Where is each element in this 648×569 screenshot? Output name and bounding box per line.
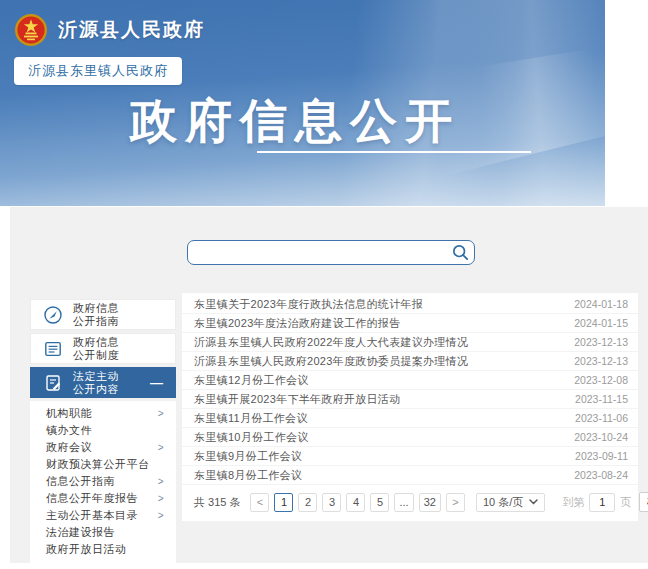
sidebar-item-gov-info-guide[interactable]: 政府信息 公开指南 [30,299,176,330]
submenu-item-label: 法治建设报告 [46,525,115,540]
submenu-item-label: 机构职能 [46,406,92,421]
goto-page-input[interactable] [589,493,615,512]
submenu-item[interactable]: 政府开放日活动 > [30,541,176,558]
list-item-title: 沂源县东里镇人民政府2022年度人大代表建议办理情况 [194,335,564,350]
chevron-down-icon [529,499,538,505]
submenu-item-label: 政府会议 [46,440,92,455]
next-page-button[interactable]: > [446,493,465,512]
confirm-button[interactable]: 确定 [639,492,648,512]
pagination: 共 315 条 < 1 2 3 4 5 ... [182,485,638,518]
submenu-item[interactable]: 主动公开基本目录 > [30,507,176,524]
chevron-right-icon: > [158,494,164,504]
submenu-item[interactable]: 财政预决算公开平台 > [30,456,176,473]
submenu-item[interactable]: 政府会议 > [30,439,176,456]
sidebar-item-statutory-disclosure[interactable]: 法定主动 公开内容 — [30,367,176,398]
list-item[interactable]: 东里镇关于2023年度行政执法信息的统计年报 2024-01-18 [182,295,638,314]
page-button[interactable]: ... [394,493,413,512]
list-item[interactable]: 东里镇开展2023年下半年政府开放日活动 2023-11-15 [182,390,638,409]
list-item[interactable]: 东里镇2023年度法治政府建设工作的报告 2024-01-15 [182,314,638,333]
submenu-item-label: 财政预决算公开平台 [46,457,150,472]
list-item-title: 东里镇10月份工作会议 [194,430,564,445]
list-item-title: 东里镇2023年度法治政府建设工作的报告 [194,316,564,331]
submenu-item[interactable]: 信息公开指南 > [30,473,176,490]
list-item-date: 2023-11-15 [575,393,628,405]
search-icon [451,243,470,262]
total-count: 共 315 条 [194,495,240,510]
page-size-select[interactable]: 10 条/页 [476,493,545,512]
list-item[interactable]: 东里镇10月份工作会议 2023-10-24 [182,428,638,447]
document-list-panel: 东里镇关于2023年度行政执法信息的统计年报 2024-01-18 东里镇202… [182,293,638,521]
label-line2: 公开内容 [73,383,119,395]
document-list: 东里镇关于2023年度行政执法信息的统计年报 2024-01-18 东里镇202… [182,295,638,485]
list-item[interactable]: 东里镇9月份工作会议 2023-09-11 [182,447,638,466]
list-item-date: 2023-12-08 [574,374,628,386]
list-item-title: 东里镇11月份工作会议 [194,411,565,426]
banner-title-underline [257,151,531,153]
list-item-title: 沂源县东里镇人民政府2023年度政协委员提案办理情况 [194,354,564,369]
sidebar-item-label: 法定主动 公开内容 [73,370,119,396]
page-button[interactable]: 2 [298,493,317,512]
submenu-item[interactable]: 法治建设报告 > [30,524,176,541]
list-item-date: 2023-10-24 [574,431,628,443]
list-item-date: 2023-11-06 [575,412,628,424]
submenu-item[interactable]: 信息公开年度报告 > [30,490,176,507]
list-item[interactable]: 东里镇12月份工作会议 2023-12-08 [182,371,638,390]
list-item-title: 东里镇开展2023年下半年政府开放日活动 [194,392,565,407]
goto-page-suffix: 页 [620,495,631,510]
page-button[interactable]: 32 [419,493,441,512]
sidebar-item-label: 政府信息 公开制度 [73,336,119,362]
site-banner: 沂源县人民政府 沂源县东里镇人民政府 政府信息公开 [0,0,605,206]
list-item-title: 东里镇9月份工作会议 [194,449,565,464]
site-logo-row: 沂源县人民政府 [14,13,205,47]
subsite-badge[interactable]: 沂源县东里镇人民政府 [14,57,182,85]
goto-page-label: 到第 [562,495,584,510]
page-buttons: 1 2 3 4 5 ... 32 [274,493,440,512]
list-item[interactable]: 东里镇11月份工作会议 2023-11-06 [182,409,638,428]
page-button[interactable]: 5 [370,493,389,512]
page-size-label: 10 条/页 [483,495,523,510]
list-item-date: 2023-12-13 [574,355,628,367]
collapse-indicator[interactable]: — [150,375,167,390]
compass-icon [43,305,63,325]
chevron-right-icon: > [158,409,164,419]
document-list-icon [43,339,63,359]
page-button[interactable]: 4 [346,493,365,512]
national-emblem-icon [14,13,48,47]
label-line1: 政府信息 [73,302,119,314]
list-item-date: 2023-12-13 [574,336,628,348]
prev-page-button[interactable]: < [250,493,269,512]
list-item[interactable]: 东里镇8月份工作会议 2023-08-24 [182,466,638,485]
page-button[interactable]: 3 [322,493,341,512]
list-item[interactable]: 沂源县东里镇人民政府2022年度人大代表建议办理情况 2023-12-13 [182,333,638,352]
sidebar-item-gov-info-system[interactable]: 政府信息 公开制度 [30,333,176,364]
sidebar: 政府信息 公开指南 政府信息 公开制度 [30,299,176,564]
submenu-item-label: 主动公开基本目录 [46,508,138,523]
label-line2: 公开制度 [73,349,119,361]
page-button[interactable]: 1 [274,493,293,512]
submenu-item[interactable]: 镇办文件 > [30,422,176,439]
list-item[interactable]: 沂源县东里镇人民政府2023年度政协委员提案办理情况 2023-12-13 [182,352,638,371]
submenu-item-label: 政府开放日活动 [46,542,127,557]
submenu-item-label: 信息公开年度报告 [46,491,138,506]
search-input[interactable] [187,240,475,265]
submenu-item[interactable]: 机构职能 > [30,405,176,422]
sidebar-item-label: 政府信息 公开指南 [73,302,119,328]
label-line1: 政府信息 [73,336,119,348]
list-item-title: 东里镇8月份工作会议 [194,468,564,483]
list-item-title: 东里镇12月份工作会议 [194,373,564,388]
search-button[interactable] [451,243,470,262]
submenu-item-label: 信息公开指南 [46,474,115,489]
list-item-date: 2024-01-15 [574,317,628,329]
list-item-date: 2023-08-24 [574,469,628,481]
label-line1: 法定主动 [73,370,119,382]
page: 沂源县人民政府 沂源县东里镇人民政府 政府信息公开 [0,0,648,569]
chevron-right-icon: > [158,477,164,487]
label-line2: 公开指南 [73,315,119,327]
submenu-item-label: 镇办文件 [46,423,92,438]
site-title: 沂源县人民政府 [58,17,205,43]
list-item-date: 2023-09-11 [575,450,628,462]
content-background: 政府信息 公开指南 政府信息 公开制度 [10,207,648,563]
list-item-date: 2024-01-18 [574,298,628,310]
list-item-title: 东里镇关于2023年度行政执法信息的统计年报 [194,297,564,312]
search-bar [187,240,475,265]
